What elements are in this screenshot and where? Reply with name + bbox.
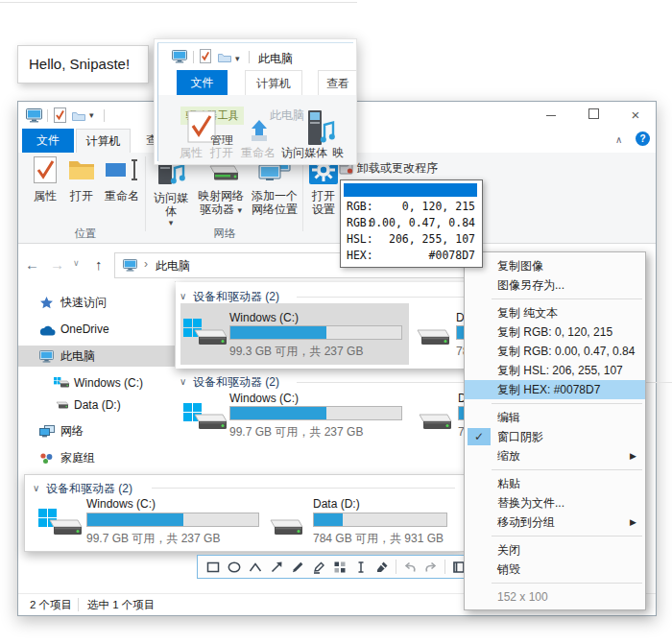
hello-snipaste-snip[interactable]: Hello, Snipaste!: [17, 45, 149, 83]
ribbon-properties-button[interactable]: 属性: [28, 155, 62, 203]
menu-item-save-image-as[interactable]: 图像另存为...: [465, 275, 645, 295]
minimize-button[interactable]: [529, 102, 572, 129]
menu-item-copy-rgb[interactable]: 复制 RGB: 0, 120, 215: [465, 322, 645, 342]
color-swatch: [344, 183, 477, 197]
drive-d-icon: [412, 401, 456, 436]
snip-btn-properties: 属性: [180, 145, 203, 161]
drive-c-icon: [38, 507, 83, 541]
checkmark-icon: ✓: [468, 428, 491, 445]
help-icon[interactable]: ?: [636, 131, 650, 146]
ribbon-open-button[interactable]: 打开: [64, 155, 99, 203]
menu-item-copy-rgb-float[interactable]: 复制 RGB: 0.00, 0.47, 0.84: [465, 342, 645, 361]
menu-item-paste[interactable]: 粘贴: [465, 474, 645, 493]
sidebar-item-homegroup[interactable]: 家庭组: [18, 447, 175, 468]
pinned-snip-bottom[interactable]: ∨ 设备和驱动器 (2) Windows (C:) 99.7 GB 可用，共 2…: [24, 474, 465, 552]
drive-tile-windows-c: Windows (C:) 99.7 GB 可用，共 237 GB: [36, 494, 263, 550]
selected-count: 选中 1 个项目: [87, 598, 155, 612]
properties-quick-icon: [200, 49, 211, 63]
menu-item-replace-with-file[interactable]: 替换为文件...: [465, 493, 645, 513]
status-separator: [78, 598, 79, 611]
breadcrumb[interactable]: 此电脑: [156, 258, 190, 274]
marker-tool[interactable]: [308, 556, 329, 578]
tab-file[interactable]: 文件: [22, 129, 74, 153]
snip-toolbar: [197, 555, 466, 579]
pencil-tool[interactable]: [287, 556, 308, 578]
menu-separator: [492, 536, 642, 537]
open-folder-icon: [67, 155, 96, 184]
ribbon-rename-button[interactable]: 重命名: [101, 155, 143, 203]
forward-icon[interactable]: →: [50, 257, 64, 272]
menu-item-close[interactable]: 关闭: [465, 540, 645, 560]
properties-quick-icon[interactable]: [54, 107, 66, 123]
snip-tab-file: 文件: [177, 70, 228, 95]
text-tool[interactable]: [350, 556, 372, 578]
mosaic-tool[interactable]: [329, 556, 350, 578]
usage-bar: [229, 325, 402, 340]
collapse-ribbon-icon[interactable]: ∧: [615, 134, 622, 145]
snip-tab-view: 查看: [318, 70, 357, 97]
maximize-button[interactable]: [572, 102, 615, 129]
breadcrumb-chevron: ›: [144, 257, 148, 271]
sidebar-item-this-pc[interactable]: 此电脑: [18, 346, 175, 367]
ribbon: 属性 打开 重命名 访问媒体 ▾ 映射网络 驱动器 ▾: [18, 153, 656, 244]
menu-item-copy-hex[interactable]: 复制 HEX: #0078D7: [465, 380, 645, 399]
qat-separator: [193, 51, 194, 63]
menu-item-move-to-group[interactable]: 移动到分组▶: [465, 513, 645, 532]
drive-tile-windows-c[interactable]: Windows (C:) 99.7 GB 可用，共 237 GB: [180, 390, 406, 449]
pinned-snip-top[interactable]: ▾ 此电脑 文件 计算机 查看 驱动器工具 此电脑 管理 属性 打开 重命名 访…: [154, 38, 357, 165]
sidebar-item-windows-c[interactable]: Windows (C:): [18, 372, 175, 394]
rename-icon: [105, 155, 139, 184]
sidebar-item-onedrive[interactable]: OneDrive: [18, 319, 175, 340]
menu-separator: [492, 403, 642, 404]
menu-item-window-shadow[interactable]: ✓窗口阴影: [465, 427, 645, 446]
new-folder-quick-icon[interactable]: [72, 110, 85, 121]
rectangle-tool[interactable]: [203, 556, 224, 578]
ribbon-separator: [145, 156, 146, 231]
sidebar-item-data-d[interactable]: Data (D:): [18, 394, 175, 416]
drive-tile-windows-c: Windows (C:) 99.3 GB 可用，共 237 GB: [181, 305, 408, 365]
this-pc-icon: [172, 50, 187, 63]
section-collapse-icon: ∨: [180, 291, 186, 301]
menu-item-copy-hsl[interactable]: 复制 HSL: 206, 255, 107: [465, 361, 645, 380]
close-button[interactable]: ×: [615, 102, 656, 129]
undo-button[interactable]: [399, 556, 420, 578]
qat-separator: [47, 109, 48, 122]
redo-button[interactable]: [420, 556, 442, 578]
eraser-tool[interactable]: [372, 556, 393, 578]
menu-item-copy-image[interactable]: 复制图像: [465, 256, 645, 275]
close-icon: ×: [632, 107, 640, 123]
snip-tab-computer: 计算机: [245, 70, 302, 97]
sidebar-item-network[interactable]: 网络: [18, 420, 175, 441]
ribbon-access-media-button[interactable]: 访问媒体 ▾: [149, 155, 193, 227]
drive-d-small-icon: [54, 400, 70, 410]
up-icon[interactable]: ↑: [95, 257, 103, 272]
snip-btn-access-media: 访问媒体: [281, 145, 327, 161]
ribbon-separator-2: [302, 156, 303, 231]
menu-item-edit[interactable]: 编辑: [465, 408, 645, 427]
polyline-tool[interactable]: [245, 556, 266, 578]
group-label-location: 位置: [28, 227, 143, 241]
color-info-popup: RGB:0, 120, 215 RGB:0.00, 0.47, 0.84 HSL…: [340, 179, 483, 268]
group-label-network: 网络: [167, 227, 282, 241]
usage-bar: [313, 513, 447, 527]
menu-item-copy-plain-text[interactable]: 复制 纯文本: [465, 303, 645, 322]
tab-computer[interactable]: 计算机: [76, 129, 131, 154]
back-icon[interactable]: ←: [25, 257, 39, 272]
drive-c-small-icon: [54, 377, 70, 389]
rgb-float-row: RGB:0.00, 0.47, 0.84: [341, 215, 482, 231]
drive-d-icon: [410, 317, 454, 351]
hsl-row: HSL:206, 255, 107: [341, 231, 482, 248]
sidebar-item-quick-access[interactable]: 快速访问: [18, 292, 175, 313]
new-folder-quick-icon: [218, 52, 231, 62]
arrow-tool[interactable]: [266, 556, 287, 578]
menu-item-zoom[interactable]: 缩放▶: [465, 446, 645, 465]
qat-customize-icon[interactable]: ▾: [89, 110, 94, 120]
section-collapse-icon[interactable]: ∨: [180, 376, 186, 387]
screen-edge-line: [0, 2, 357, 3]
recent-locations-icon[interactable]: ∨: [73, 258, 80, 268]
properties-icon: [33, 155, 58, 184]
rgb-row: RGB:0, 120, 215: [341, 199, 482, 215]
toolbar-separator: [396, 560, 396, 574]
ellipse-tool[interactable]: [224, 556, 245, 578]
menu-item-destroy[interactable]: 销毁: [465, 560, 645, 579]
